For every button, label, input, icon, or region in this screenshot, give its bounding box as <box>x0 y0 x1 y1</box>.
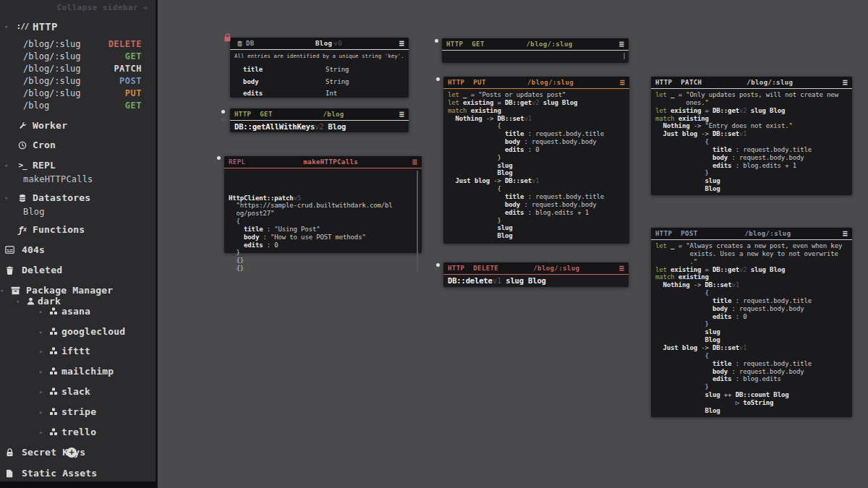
trace-dot[interactable] <box>435 39 438 43</box>
sidebar-package-trello[interactable]: ▸ trello <box>39 426 96 438</box>
route-path: /blog/:slug <box>23 76 80 86</box>
chevron-right-icon: ▸ <box>39 368 48 375</box>
clock-icon <box>14 141 30 150</box>
sidebar-route[interactable]: /blog/:slugDELETE <box>0 38 156 50</box>
http-handler-post[interactable]: HTTP POST /blog/:slug ≡ let _ = "Always … <box>651 228 852 417</box>
section-label: REPL <box>33 160 56 171</box>
chevron-right-icon: ▸ <box>39 348 48 355</box>
handler-code[interactable]: DB::deletev1 slug Blog <box>443 275 629 287</box>
sidebar: Collapse sidebar « ▾ :// HTTP /blog/:slu… <box>0 0 158 488</box>
db-field-name[interactable]: title <box>243 66 263 73</box>
sidebar-section-datastores[interactable]: ▾ Datastores <box>4 192 90 204</box>
package-icon <box>48 388 59 395</box>
menu-icon[interactable]: ≡ <box>412 158 417 166</box>
repl-makehttpcalls[interactable]: REPL makeHTTPCalls ≡ HttpClient::patchv5… <box>224 156 422 253</box>
menu-icon[interactable]: ≡ <box>619 79 625 86</box>
collapse-sidebar-button[interactable]: Collapse sidebar « <box>57 3 148 12</box>
http-handler-get-slug[interactable]: HTTP GET /blog/:slug ≡ DB::getv2 slug Bl… <box>442 38 629 63</box>
trace-dot[interactable] <box>217 156 221 160</box>
route-path: /blog/:slug <box>23 88 80 98</box>
handler-method[interactable]: GET <box>260 111 272 118</box>
handler-code[interactable]: let _ = "Posts or updates post"let exist… <box>443 89 629 242</box>
sidebar-section-repl[interactable]: ▾ >_ REPL <box>4 159 56 171</box>
http-handler-put[interactable]: HTTP PUT /blog/:slug ≡ let _ = "Posts or… <box>443 77 629 244</box>
sidebar-route[interactable]: /blog/:slugGET <box>0 50 156 62</box>
sidebar-route[interactable]: /blogGET <box>0 99 156 111</box>
package-label: trello <box>61 427 96 437</box>
db-field-type[interactable]: String <box>326 78 349 85</box>
handler-method[interactable]: PUT <box>473 79 485 86</box>
handler-route[interactable]: /blog <box>273 111 395 118</box>
db-field-type[interactable]: String <box>326 66 349 73</box>
db-field-name[interactable]: edits <box>243 90 263 97</box>
menu-icon[interactable]: ≡ <box>842 230 848 237</box>
sidebar-section-deleted[interactable]: Deleted <box>3 264 62 276</box>
handler-code[interactable]: DB::getAllWithKeysv2 Blog <box>230 121 409 133</box>
sidebar-item-blog-datastore[interactable]: Blog <box>23 205 45 218</box>
sidebar-package-stripe[interactable]: ▸ stripe <box>39 406 96 418</box>
repl-code[interactable]: HttpClient::patchv5 "https://sample-crud… <box>224 168 422 275</box>
handler-method[interactable]: POST <box>681 230 697 237</box>
db-field-name[interactable]: body <box>243 78 259 85</box>
menu-icon[interactable]: ≡ <box>618 265 624 272</box>
scrollbar[interactable] <box>624 53 625 59</box>
sidebar-route[interactable]: /blog/:slugPOST <box>0 74 156 87</box>
handler-method[interactable]: PATCH <box>681 79 702 86</box>
sidebar-route[interactable]: /blog/:slugPUT <box>0 87 156 99</box>
sidebar-section-functions[interactable]: ƒx Functions <box>4 223 85 236</box>
sidebar-section-static-assets[interactable]: Static Assets <box>3 467 97 479</box>
handler-method[interactable]: DELETE <box>473 265 498 272</box>
package-icon <box>48 307 59 315</box>
trace-dot[interactable] <box>436 77 440 81</box>
menu-icon[interactable]: ≡ <box>399 40 404 47</box>
box-space-label: DB <box>246 40 255 47</box>
http-handler-delete[interactable]: HTTP DELETE /blog/:slug ≡ DB::deletev1 s… <box>443 262 629 287</box>
trace-dot[interactable] <box>436 263 440 267</box>
sidebar-package-ifttt[interactable]: ▸ ifttt <box>39 345 90 357</box>
db-field-row[interactable]: titleString <box>230 63 409 75</box>
handler-route[interactable]: /blog/:slug <box>485 40 615 48</box>
chevron-right-icon: ▸ <box>39 408 48 416</box>
database-icon <box>234 40 244 47</box>
repl-name[interactable]: makeHTTPCalls <box>254 158 407 166</box>
handler-code[interactable]: let _ = "Only updates posts, will not cr… <box>651 89 852 195</box>
sidebar-item-makehttpcalls[interactable]: makeHTTPCalls <box>23 173 93 185</box>
handler-route[interactable]: /blog/:slug <box>486 79 616 86</box>
datastore-db-blog[interactable]: DB Blogv0 ≡ All entries are identified b… <box>230 38 409 98</box>
sidebar-section-worker[interactable]: Worker <box>4 119 67 132</box>
sidebar-package-googlecloud[interactable]: ▸ googlecloud <box>39 325 125 338</box>
http-handler-patch[interactable]: HTTP PATCH /blog/:slug ≡ let _ = "Only u… <box>651 77 852 195</box>
menu-icon[interactable]: ≡ <box>399 111 404 118</box>
sidebar-section-http[interactable]: ▾ :// HTTP <box>4 20 58 33</box>
handler-method[interactable]: GET <box>472 40 484 48</box>
collapse-chevron-icon: « <box>143 3 148 12</box>
trace-dot[interactable] <box>221 110 225 114</box>
db-field-row[interactable]: editsInt <box>230 87 409 99</box>
chevron-down-icon: ▾ <box>4 194 14 202</box>
db-fields[interactable]: titleStringbodyStringeditsInt <box>230 63 409 99</box>
database-icon <box>14 194 30 202</box>
sidebar-section-404s[interactable]: 404s <box>3 244 45 256</box>
add-secret-key-button[interactable]: + <box>67 448 77 458</box>
route-method: DELETE <box>109 39 142 49</box>
route-path: /blog/:slug <box>23 39 80 49</box>
sidebar-package-slack[interactable]: ▸ slack <box>39 385 90 398</box>
sidebar-package-mailchimp[interactable]: ▸ mailchimp <box>39 365 114 377</box>
http-handler-get-blog[interactable]: HTTP GET /blog ≡ DB::getAllWithKeysv2 Bl… <box>230 108 409 132</box>
handler-route[interactable]: /blog/:slug <box>698 230 838 237</box>
trace-dot[interactable] <box>221 118 225 121</box>
scrollbar[interactable] <box>417 171 418 271</box>
package-label: asana <box>61 306 90 317</box>
db-field-row[interactable]: bodyString <box>230 75 409 87</box>
menu-icon[interactable]: ≡ <box>842 79 848 86</box>
handler-route[interactable]: /blog/:slug <box>498 265 614 272</box>
sidebar-package-asana[interactable]: ▸ asana <box>39 305 90 317</box>
sidebar-section-cron[interactable]: Cron <box>4 139 56 151</box>
sidebar-route[interactable]: /blog/:slugPATCH <box>0 62 156 74</box>
menu-icon[interactable]: ≡ <box>618 40 624 48</box>
sidebar-section-secret-keys[interactable]: Secret Keys + <box>3 446 85 458</box>
handler-route[interactable]: /blog/:slug <box>702 79 838 86</box>
db-name[interactable]: Blogv0 <box>263 40 395 47</box>
db-field-type[interactable]: Int <box>326 90 337 97</box>
handler-code[interactable]: let _ = "Always creates a new post, even… <box>651 240 852 417</box>
